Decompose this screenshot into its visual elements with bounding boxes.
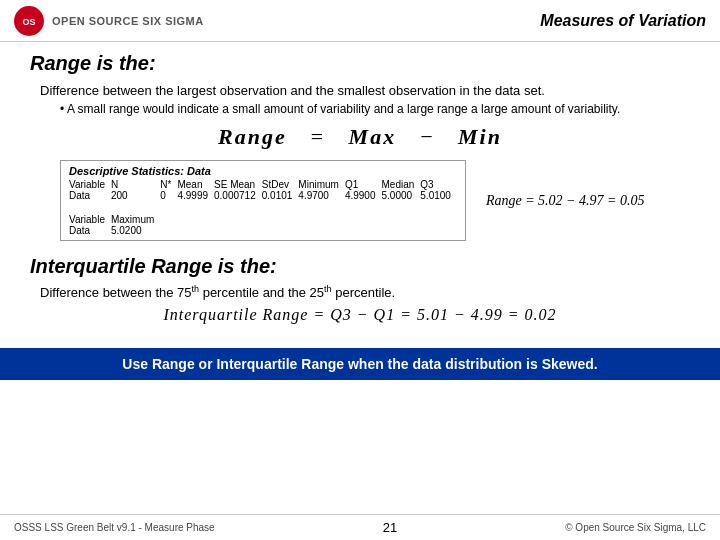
stats-title: Descriptive Statistics: Data [69,165,457,177]
footer-left: OSSS LSS Green Belt v9.1 - Measure Phase [14,522,215,533]
logo-icon: OS [14,6,44,36]
range-result-formula: Range = 5.02 − 4.97 = 0.05 [486,193,645,209]
range-title: Range is the: [30,52,690,75]
stats-row-container: Descriptive Statistics: Data Variable N … [30,156,690,245]
logo-text: OPEN SOURCE SIX SIGMA [52,15,204,27]
range-formula: Range = Max − Min [218,124,502,149]
page-footer: OSSS LSS Green Belt v9.1 - Measure Phase… [0,514,720,540]
range-description: Difference between the largest observati… [40,83,690,98]
bottom-banner: Use Range or Interquartile Range when th… [0,348,720,380]
footer-right: © Open Source Six Sigma, LLC [565,522,706,533]
stats-box: Descriptive Statistics: Data Variable N … [60,160,466,241]
iq-title: Interquartile Range is the: [30,255,690,278]
iq-formula: Interquartile Range = Q3 − Q1 = 5.01 − 4… [30,306,690,324]
logo-area: OS OPEN SOURCE SIX SIGMA [14,6,204,36]
page-title: Measures of Variation [540,12,706,30]
range-bullet: • A small range would indicate a small a… [60,102,690,116]
range-formula-area: Range = Max − Min [30,124,690,150]
stats-table-1: Variable N N* Mean SE Mean StDev Minimum… [69,179,457,236]
page-header: OS OPEN SOURCE SIX SIGMA Measures of Var… [0,0,720,42]
svg-text:OS: OS [22,17,35,27]
iq-description: Difference between the 75th percentile a… [40,284,690,300]
main-content: Range is the: Difference between the lar… [0,42,720,344]
footer-page-number: 21 [383,520,397,535]
